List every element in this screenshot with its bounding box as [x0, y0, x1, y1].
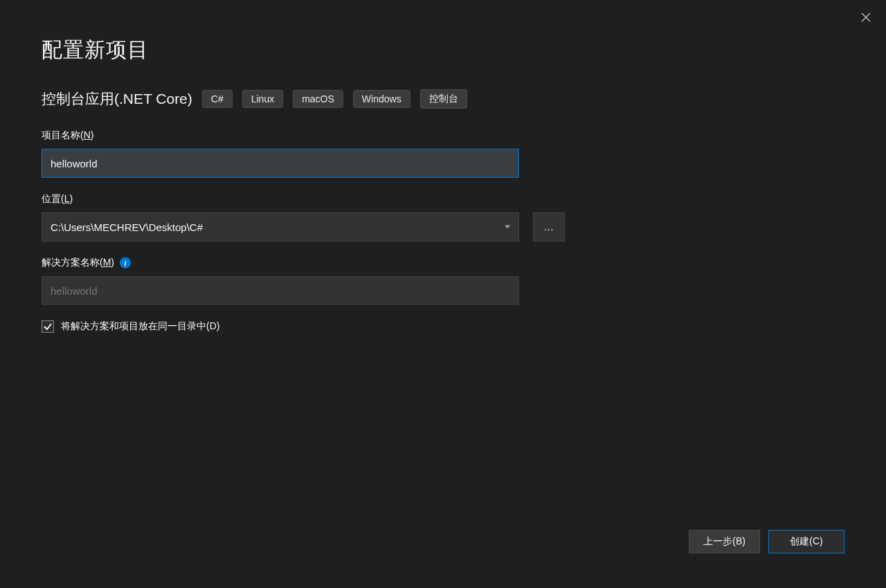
chevron-down-icon: [505, 226, 510, 229]
solution-name-input: [42, 276, 519, 305]
tag-language: C#: [202, 90, 233, 108]
footer-buttons: 上一步(B) 创建(C): [689, 530, 844, 553]
browse-button[interactable]: ...: [533, 212, 565, 241]
back-button[interactable]: 上一步(B): [689, 530, 760, 553]
location-value: C:\Users\MECHREV\Desktop\C#: [51, 221, 203, 233]
location-label: 位置(L): [42, 193, 844, 205]
same-directory-label: 将解决方案和项目放在同一目录中(D): [61, 320, 219, 333]
checkmark-icon: [43, 322, 53, 331]
close-icon: [861, 12, 871, 22]
same-directory-checkbox[interactable]: [42, 320, 54, 333]
tag-platform-macos: macOS: [293, 90, 343, 108]
solution-name-label: 解决方案名称(M) i: [42, 257, 844, 269]
template-info-row: 控制台应用(.NET Core) C# Linux macOS Windows …: [42, 89, 844, 109]
tag-type-console: 控制台: [420, 89, 467, 109]
page-title: 配置新项目: [42, 36, 844, 64]
tag-platform-windows: Windows: [353, 90, 410, 108]
create-button[interactable]: 创建(C): [768, 530, 844, 553]
tag-platform-linux: Linux: [242, 90, 283, 108]
info-icon[interactable]: i: [120, 257, 131, 268]
location-dropdown[interactable]: C:\Users\MECHREV\Desktop\C#: [42, 212, 519, 241]
project-name-label: 项目名称(N): [42, 129, 844, 142]
project-name-input[interactable]: [42, 149, 519, 178]
template-name: 控制台应用(.NET Core): [42, 89, 192, 109]
close-button[interactable]: [856, 7, 876, 28]
